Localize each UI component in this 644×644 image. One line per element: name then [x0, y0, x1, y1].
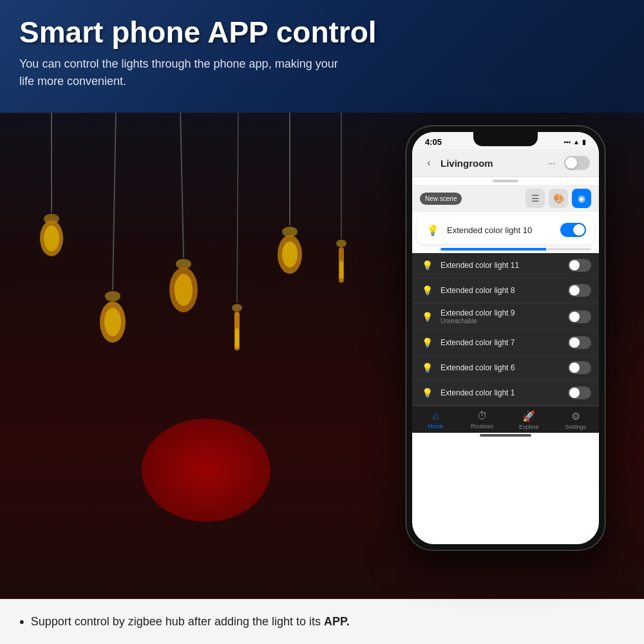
brightness-slider[interactable] [440, 248, 591, 251]
more-button[interactable]: ··· [544, 155, 560, 171]
light-item: 💡 Extended color light 9 Unreachable [412, 303, 599, 330]
light-item-icon-8: 💡 [420, 283, 434, 298]
svg-point-5 [105, 291, 120, 301]
palette-button[interactable]: 🎨 [549, 189, 568, 208]
routines-icon: ⏱ [477, 410, 488, 422]
light-item-toggle-7[interactable] [568, 336, 591, 349]
svg-line-4 [113, 109, 116, 290]
featured-light-card: 💡 Extended color light 10 [417, 216, 594, 244]
back-button[interactable]: ‹ [421, 155, 437, 171]
svg-point-13 [232, 304, 242, 312]
light-item-name-11: Extended color light 11 [440, 261, 568, 270]
light-item-info-6: Extended color light 6 [440, 363, 568, 372]
light-item-toggle-6[interactable] [568, 361, 591, 374]
page-title: Smart phone APP control [19, 16, 625, 49]
nav-routines-label: Routines [471, 423, 494, 430]
home-indicator [480, 434, 531, 437]
app-toolbar: New scene ☰ 🎨 ◉ [412, 185, 599, 212]
phone-outer: 4:05 ▪▪▪ ▲ ▮ ‹ Livingroom ··· New scene … [406, 126, 605, 551]
svg-rect-23 [339, 261, 343, 279]
scroll-indicator [493, 180, 518, 182]
wifi-icon: ▲ [573, 138, 580, 146]
light-item-name-6: Extended color light 6 [440, 363, 568, 372]
color-wheel-button[interactable]: ◉ [572, 189, 591, 208]
svg-line-12 [237, 109, 238, 303]
nav-settings-label: Settings [565, 424, 586, 430]
svg-point-11 [175, 274, 193, 306]
light-item: 💡 Extended color light 1 [412, 381, 599, 406]
nav-settings[interactable]: ⚙ Settings [553, 410, 600, 430]
new-scene-button[interactable]: New scene [420, 193, 462, 205]
settings-icon: ⚙ [571, 410, 580, 422]
status-time: 4:05 [425, 137, 442, 147]
light-item-icon-9: 💡 [420, 310, 434, 324]
nav-home[interactable]: ⌂ Home [412, 410, 459, 430]
phone-mockup: 4:05 ▪▪▪ ▲ ▮ ‹ Livingroom ··· New scene … [406, 126, 605, 551]
app-header: ‹ Livingroom ··· [412, 149, 599, 177]
subtitle-line2: life more convenient. [19, 75, 126, 88]
bottom-text: Support control by zigbee hub after addi… [31, 615, 350, 629]
bullet-point: • [19, 614, 24, 630]
bottom-section: • Support control by zigbee hub after ad… [0, 599, 644, 644]
light-item: 💡 Extended color light 11 [412, 253, 599, 278]
home-icon: ⌂ [432, 410, 439, 422]
battery-icon: ▮ [582, 138, 586, 146]
light-item: 💡 Extended color light 7 [412, 330, 599, 355]
header-section: Smart phone APP control You can control … [0, 0, 644, 113]
light-item-name-1: Extended color light 1 [440, 388, 568, 397]
light-item-toggle-8[interactable] [568, 284, 591, 297]
svg-point-7 [104, 308, 121, 336]
light-item-toggle-11[interactable] [568, 259, 591, 272]
nav-routines[interactable]: ⏱ Routines [459, 410, 506, 430]
light-item-info-7: Extended color light 7 [440, 338, 568, 347]
header-subtitle: You can control the lights through the p… [19, 55, 625, 90]
light-item-name-7: Extended color light 7 [440, 338, 568, 347]
signal-icon: ▪▪▪ [564, 138, 571, 146]
phone-notch [473, 132, 538, 146]
explore-icon: 🚀 [522, 410, 535, 422]
light-item-name-9: Extended color light 9 [440, 308, 568, 317]
light-item-info-1: Extended color light 1 [440, 388, 568, 397]
light-item: 💡 Extended color light 8 [412, 278, 599, 303]
light-list: 💡 Extended color light 11 💡 Extended col… [412, 253, 599, 406]
room-title: Livingroom [440, 158, 544, 169]
light-item: 💡 Extended color light 6 [412, 355, 599, 381]
list-view-button[interactable]: ☰ [526, 189, 545, 208]
light-item-info-11: Extended color light 11 [440, 261, 568, 270]
svg-point-21 [336, 240, 346, 247]
light-item-icon-11: 💡 [420, 258, 434, 272]
svg-point-3 [44, 225, 59, 251]
featured-light-icon: 💡 [425, 222, 440, 238]
light-item-name-8: Extended color light 8 [440, 286, 568, 295]
featured-light-name: Extended color light 10 [447, 225, 560, 235]
light-item-info-9: Extended color light 9 Unreachable [440, 308, 568, 325]
nav-explore[interactable]: 🚀 Explore [506, 410, 553, 430]
light-item-toggle-1[interactable] [568, 386, 591, 399]
light-item-sub-9: Unreachable [440, 317, 568, 325]
phone-screen: 4:05 ▪▪▪ ▲ ▮ ‹ Livingroom ··· New scene … [412, 132, 599, 544]
featured-light-toggle[interactable] [560, 223, 586, 237]
bottom-nav: ⌂ Home ⏱ Routines 🚀 Explore ⚙ Settings [412, 406, 599, 433]
light-item-toggle-9[interactable] [568, 310, 591, 323]
subtitle-line1: You can control the lights through the p… [19, 57, 338, 70]
svg-line-8 [180, 109, 184, 258]
status-icons: ▪▪▪ ▲ ▮ [564, 138, 586, 146]
bulbs-svg [0, 109, 386, 560]
light-item-info-8: Extended color light 8 [440, 286, 568, 295]
nav-home-label: Home [428, 423, 443, 430]
svg-point-19 [282, 242, 298, 267]
light-item-icon-7: 💡 [420, 336, 434, 350]
nav-explore-label: Explore [519, 424, 539, 430]
svg-rect-15 [235, 328, 239, 348]
light-item-icon-6: 💡 [420, 361, 434, 375]
room-toggle[interactable] [564, 156, 590, 170]
light-item-icon-1: 💡 [420, 386, 434, 400]
